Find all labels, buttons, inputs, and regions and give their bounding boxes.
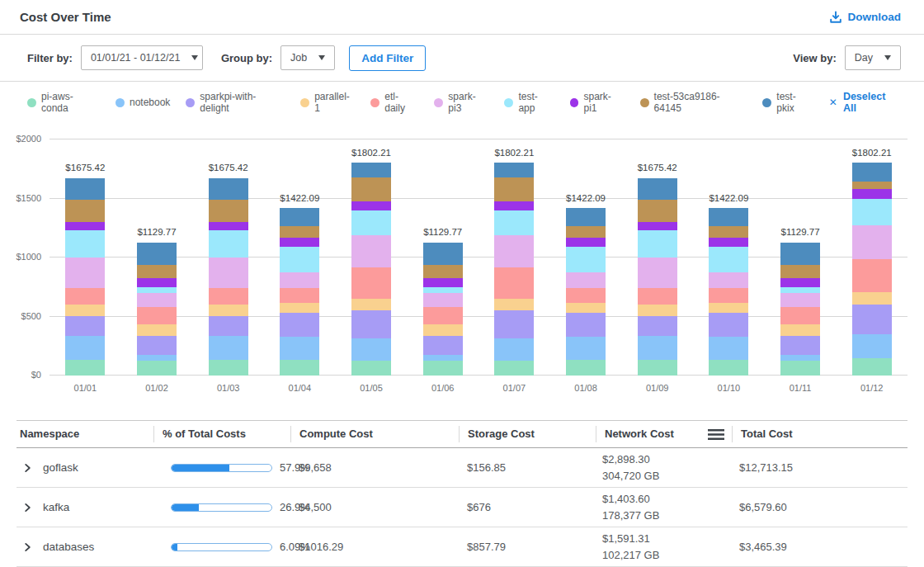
bar-segment-sparkpi-with-delight[interactable] xyxy=(494,310,534,338)
bar-segment-spark-pi1[interactable] xyxy=(280,238,319,247)
bar-segment-etl-daily[interactable] xyxy=(209,288,248,305)
view-by-select[interactable]: Day xyxy=(845,45,901,70)
legend-item-notebook[interactable]: notebook xyxy=(116,97,170,108)
bar-segment-test-app[interactable] xyxy=(852,199,892,225)
bar-segment-test-pkix[interactable] xyxy=(65,178,105,201)
bar-segment-spark-pi1[interactable] xyxy=(351,201,391,210)
bar-segment-test-app[interactable] xyxy=(566,247,606,272)
bar-segment-pi-aws-conda[interactable] xyxy=(566,360,606,376)
bar-segment-notebook[interactable] xyxy=(494,338,534,361)
bar-segment-test-app[interactable] xyxy=(423,287,463,294)
bar-segment-test-app[interactable] xyxy=(137,287,177,294)
bar-segment-test-pkix[interactable] xyxy=(351,163,391,177)
bar-segment-test-app[interactable] xyxy=(209,230,248,258)
bar-segment-spark-pi3[interactable] xyxy=(65,258,105,288)
bar-segment-parallel-1[interactable] xyxy=(709,303,748,312)
bar-segment-test-pkix[interactable] xyxy=(638,178,677,201)
bar-segment-spark-pi1[interactable] xyxy=(852,189,892,199)
bar-segment-spark-pi3[interactable] xyxy=(423,293,463,306)
bar-segment-parallel-1[interactable] xyxy=(209,305,248,316)
bar-segment-spark-pi1[interactable] xyxy=(566,238,606,247)
bar-segment-sparkpi-with-delight[interactable] xyxy=(566,313,606,337)
bar-segment-spark-pi1[interactable] xyxy=(137,278,177,287)
legend-item-spark-pi1[interactable]: spark-pi1 xyxy=(570,91,625,114)
bar-segment-test-53ca9186-64145[interactable] xyxy=(65,200,105,222)
bar-segment-parallel-1[interactable] xyxy=(280,303,319,312)
bar-segment-test-pkix[interactable] xyxy=(709,208,748,226)
bar-segment-parallel-1[interactable] xyxy=(65,305,105,316)
bar-segment-test-53ca9186-64145[interactable] xyxy=(137,265,177,278)
bar-segment-notebook[interactable] xyxy=(65,336,105,360)
bar-segment-spark-pi1[interactable] xyxy=(494,201,534,210)
bar-segment-parallel-1[interactable] xyxy=(494,299,534,310)
bar-segment-test-pkix[interactable] xyxy=(280,208,319,226)
download-button[interactable]: Download xyxy=(829,11,902,24)
bar-segment-test-53ca9186-64145[interactable] xyxy=(709,226,748,238)
bar-segment-sparkpi-with-delight[interactable] xyxy=(709,313,748,337)
bar-segment-spark-pi3[interactable] xyxy=(780,293,820,306)
legend-item-sparkpi-with-delight[interactable]: sparkpi-with-delight xyxy=(186,91,285,114)
bar-segment-etl-daily[interactable] xyxy=(709,288,748,304)
bar-segment-spark-pi3[interactable] xyxy=(494,235,534,267)
bar-segment-spark-pi3[interactable] xyxy=(709,272,748,288)
bar-segment-sparkpi-with-delight[interactable] xyxy=(209,316,248,336)
expand-row-button[interactable] xyxy=(21,541,34,554)
bar-segment-etl-daily[interactable] xyxy=(780,307,820,324)
legend-item-spark-pi3[interactable]: spark-pi3 xyxy=(434,91,488,114)
bar-segment-notebook[interactable] xyxy=(638,336,677,360)
bar-segment-test-app[interactable] xyxy=(351,210,391,235)
bar-segment-etl-daily[interactable] xyxy=(65,288,105,305)
bar-segment-spark-pi3[interactable] xyxy=(638,258,677,288)
bar-segment-parallel-1[interactable] xyxy=(423,324,463,336)
bar-segment-spark-pi3[interactable] xyxy=(209,258,248,288)
bar-segment-test-app[interactable] xyxy=(709,247,748,272)
bar-segment-spark-pi3[interactable] xyxy=(137,293,177,306)
bar-segment-spark-pi1[interactable] xyxy=(709,238,748,247)
bar-segment-test-pkix[interactable] xyxy=(137,243,177,266)
bar-segment-test-pkix[interactable] xyxy=(852,163,892,181)
bar-segment-notebook[interactable] xyxy=(566,337,606,361)
bar-segment-test-pkix[interactable] xyxy=(209,178,248,201)
bar-segment-test-53ca9186-64145[interactable] xyxy=(566,226,606,238)
bar-segment-parallel-1[interactable] xyxy=(137,324,177,336)
legend-item-test-app[interactable]: test-app xyxy=(504,91,554,114)
bar-segment-test-53ca9186-64145[interactable] xyxy=(638,200,677,222)
bar-segment-parallel-1[interactable] xyxy=(780,324,820,336)
bar-segment-sparkpi-with-delight[interactable] xyxy=(780,336,820,356)
bar-segment-pi-aws-conda[interactable] xyxy=(638,360,677,376)
bar-segment-spark-pi1[interactable] xyxy=(780,278,820,287)
bar-segment-test-app[interactable] xyxy=(780,287,820,294)
bar-segment-etl-daily[interactable] xyxy=(566,288,606,304)
bar-segment-test-app[interactable] xyxy=(280,247,319,272)
bar-segment-notebook[interactable] xyxy=(209,336,248,360)
bar-segment-test-53ca9186-64145[interactable] xyxy=(423,265,463,278)
deselect-all-button[interactable]: ✕ Deselect All xyxy=(829,91,901,114)
expand-row-button[interactable] xyxy=(21,501,34,514)
bar-segment-pi-aws-conda[interactable] xyxy=(494,361,534,376)
bar-segment-test-53ca9186-64145[interactable] xyxy=(852,182,892,189)
bar-segment-spark-pi1[interactable] xyxy=(65,222,105,230)
bar-segment-etl-daily[interactable] xyxy=(280,288,319,304)
bar-segment-parallel-1[interactable] xyxy=(351,299,391,310)
bar-segment-parallel-1[interactable] xyxy=(638,305,677,316)
bar-segment-test-app[interactable] xyxy=(494,210,534,235)
bar-segment-spark-pi3[interactable] xyxy=(280,272,319,288)
legend-item-test-pkix[interactable]: test-pkix xyxy=(762,91,813,114)
bar-segment-notebook[interactable] xyxy=(280,337,319,361)
bar-segment-spark-pi1[interactable] xyxy=(423,278,463,287)
bar-segment-pi-aws-conda[interactable] xyxy=(280,360,319,376)
bar-segment-sparkpi-with-delight[interactable] xyxy=(423,336,463,356)
bar-segment-etl-daily[interactable] xyxy=(423,307,463,324)
bar-segment-spark-pi3[interactable] xyxy=(351,235,391,267)
legend-item-test-53ca9186-64145[interactable]: test-53ca9186-64145 xyxy=(640,91,747,114)
bar-segment-etl-daily[interactable] xyxy=(494,267,534,299)
bar-segment-etl-daily[interactable] xyxy=(351,267,391,299)
bar-segment-sparkpi-with-delight[interactable] xyxy=(280,313,319,337)
bar-segment-notebook[interactable] xyxy=(709,337,748,361)
bar-segment-pi-aws-conda[interactable] xyxy=(709,360,748,376)
bar-segment-pi-aws-conda[interactable] xyxy=(65,360,105,376)
bar-segment-notebook[interactable] xyxy=(351,338,391,361)
legend-item-pi-aws-conda[interactable]: pi-aws-conda xyxy=(27,91,100,114)
bar-segment-test-53ca9186-64145[interactable] xyxy=(780,265,820,278)
bar-segment-test-pkix[interactable] xyxy=(780,243,820,266)
